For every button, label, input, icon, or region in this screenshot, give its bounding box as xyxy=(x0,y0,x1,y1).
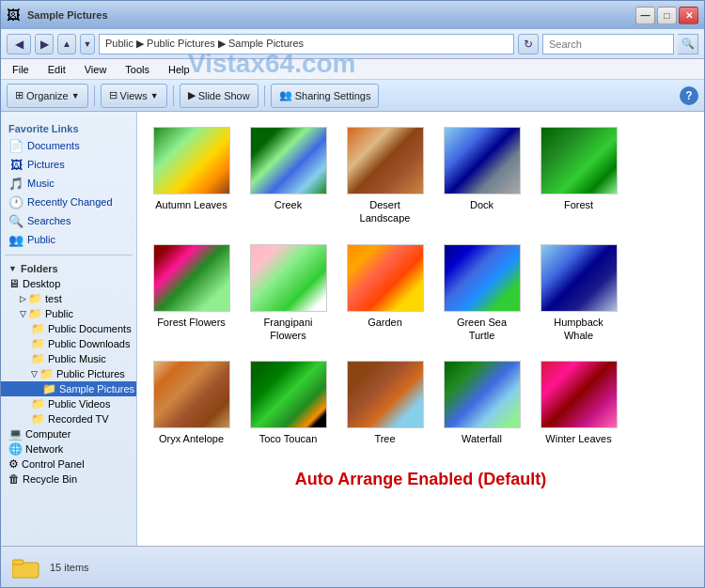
tree-public-downloads[interactable]: 📁 Public Downloads xyxy=(1,336,136,351)
address-input[interactable] xyxy=(99,34,514,54)
organize-label: Organize xyxy=(26,90,69,101)
file-thumbnail xyxy=(347,244,424,312)
maximize-button[interactable]: □ xyxy=(657,7,677,24)
views-chevron: ▼ xyxy=(150,91,159,101)
views-button[interactable]: ⊟ Views ▼ xyxy=(101,84,167,108)
file-area: Autumn LeavesCreekDesert LandscapeDockFo… xyxy=(137,112,704,546)
file-label: Garden xyxy=(368,316,402,329)
file-item[interactable]: Waterfall xyxy=(437,355,526,451)
auto-arrange-notice: Auto Arrange Enabled (Default) xyxy=(147,451,695,499)
computer-icon: 💻 xyxy=(8,427,23,441)
menu-tools[interactable]: Tools xyxy=(121,62,153,77)
file-item[interactable]: Forest xyxy=(534,121,623,231)
refresh-button[interactable]: ↻ xyxy=(518,34,539,54)
file-label: Tree xyxy=(374,432,395,445)
file-thumbnail xyxy=(250,127,327,194)
views-label: Views xyxy=(120,90,148,101)
folders-title: Folders xyxy=(21,263,58,274)
file-item[interactable]: Tree xyxy=(340,355,430,451)
file-label: Desert Landscape xyxy=(346,198,424,225)
file-thumbnail xyxy=(153,127,230,194)
toolbar: ⊞ Organize ▼ ⊟ Views ▼ ▶ Slide Show 👥 Sh… xyxy=(1,80,704,112)
menu-view[interactable]: View xyxy=(81,62,111,77)
sidebar-item-music[interactable]: 🎵 Music xyxy=(1,174,136,193)
sidebar-label-documents: Documents xyxy=(27,140,80,151)
sidebar-item-pictures[interactable]: 🖼 Pictures xyxy=(1,155,136,174)
menu-help[interactable]: Help xyxy=(164,62,194,77)
pub-pic-expand-icon: ▽ xyxy=(31,369,38,379)
pub-docs-icon: 📁 xyxy=(31,322,45,335)
menu-edit[interactable]: Edit xyxy=(44,62,70,77)
file-item[interactable]: Winter Leaves xyxy=(534,355,623,451)
file-label: Green Sea Turtle xyxy=(443,316,521,343)
sidebar-label-searches: Searches xyxy=(27,215,70,226)
forward-button[interactable]: ▶ xyxy=(35,34,54,54)
file-label: Forest Flowers xyxy=(157,316,226,329)
up-button[interactable]: ▲ xyxy=(57,34,76,54)
file-label: Autumn Leaves xyxy=(155,198,227,211)
tree-public[interactable]: ▽ 📁 Public xyxy=(1,306,136,321)
menu-bar: File Edit View Tools Help xyxy=(1,59,704,80)
menu-file[interactable]: File xyxy=(8,62,33,77)
tree-desktop[interactable]: 🖥 Desktop xyxy=(1,276,136,291)
sharing-button[interactable]: 👥 Sharing Settings xyxy=(271,84,380,108)
file-item[interactable]: Green Sea Turtle xyxy=(437,239,526,348)
public-expand-icon: ▽ xyxy=(20,309,26,318)
searches-icon: 🔍 xyxy=(8,213,24,228)
file-item[interactable]: Garden xyxy=(340,239,430,348)
sidebar-item-recently-changed[interactable]: 🕐 Recently Changed xyxy=(1,193,136,211)
sidebar-item-public[interactable]: 👥 Public xyxy=(1,230,136,249)
tree-recycle-bin[interactable]: 🗑 Recycle Bin xyxy=(1,472,136,487)
recent-locations-button[interactable]: ▼ xyxy=(80,34,95,54)
network-icon: 🌐 xyxy=(8,442,23,456)
file-item[interactable]: Humpback Whale xyxy=(534,239,623,348)
file-thumbnail xyxy=(540,244,618,312)
back-button[interactable]: ◀ xyxy=(7,34,31,54)
sidebar-item-searches[interactable]: 🔍 Searches xyxy=(1,211,136,230)
sidebar-item-documents[interactable]: 📄 Documents xyxy=(1,136,136,155)
tree-control-panel[interactable]: ⚙ Control Panel xyxy=(1,456,136,472)
tree-recorded-tv[interactable]: 📁 Recorded TV xyxy=(1,411,136,426)
sidebar-label-pictures: Pictures xyxy=(27,159,65,170)
sidebar-label-music: Music xyxy=(27,178,55,189)
slideshow-button[interactable]: ▶ Slide Show xyxy=(180,84,258,108)
status-count: 15 items xyxy=(50,562,89,573)
search-input[interactable] xyxy=(542,34,674,54)
file-label: Forest xyxy=(564,198,593,211)
tree-public-music[interactable]: 📁 Public Music xyxy=(1,351,136,366)
tree-public-videos[interactable]: 📁 Public Videos xyxy=(1,396,136,411)
file-item[interactable]: Autumn Leaves xyxy=(147,121,236,231)
public-folder-icon: 📁 xyxy=(28,307,42,320)
tree-public-documents[interactable]: 📁 Public Documents xyxy=(1,321,136,336)
tree-test[interactable]: ▷ 📁 test xyxy=(1,291,136,306)
file-item[interactable]: Frangipani Flowers xyxy=(243,239,333,348)
file-thumbnail xyxy=(444,244,521,312)
search-button[interactable]: 🔍 xyxy=(678,34,698,54)
file-item[interactable]: Dock xyxy=(437,121,526,231)
tree-network[interactable]: 🌐 Network xyxy=(1,441,136,456)
folders-header[interactable]: ▼ Folders xyxy=(1,261,136,276)
help-button[interactable]: ? xyxy=(680,86,698,105)
tree-public-pictures[interactable]: ▽ 📁 Public Pictures xyxy=(1,366,136,381)
tree-sample-pictures[interactable]: 📁 Sample Pictures xyxy=(1,381,136,396)
views-icon: ⊟ xyxy=(109,89,118,101)
file-item[interactable]: Creek xyxy=(243,121,333,231)
minimize-button[interactable]: — xyxy=(635,7,655,24)
organize-button[interactable]: ⊞ Organize ▼ xyxy=(7,84,88,108)
file-item[interactable]: Toco Toucan xyxy=(243,355,333,451)
file-thumbnail xyxy=(444,361,521,428)
file-thumbnail xyxy=(444,127,521,194)
window-title: Sample Pictures xyxy=(27,9,108,21)
tree-computer[interactable]: 💻 Computer xyxy=(1,426,136,441)
file-label: Toco Toucan xyxy=(259,432,318,445)
main-content: Favorite Links 📄 Documents 🖼 Pictures 🎵 … xyxy=(1,112,704,546)
file-label: Humpback Whale xyxy=(540,316,618,343)
close-button[interactable]: ✕ xyxy=(679,7,698,24)
test-folder-icon: 📁 xyxy=(28,292,42,305)
documents-icon: 📄 xyxy=(8,138,24,153)
file-item[interactable]: Oryx Antelope xyxy=(147,355,236,451)
file-item[interactable]: Forest Flowers xyxy=(147,239,236,348)
file-grid: Autumn LeavesCreekDesert LandscapeDockFo… xyxy=(147,121,695,451)
recycle-bin-icon: 🗑 xyxy=(8,472,20,486)
file-item[interactable]: Desert Landscape xyxy=(340,121,430,231)
